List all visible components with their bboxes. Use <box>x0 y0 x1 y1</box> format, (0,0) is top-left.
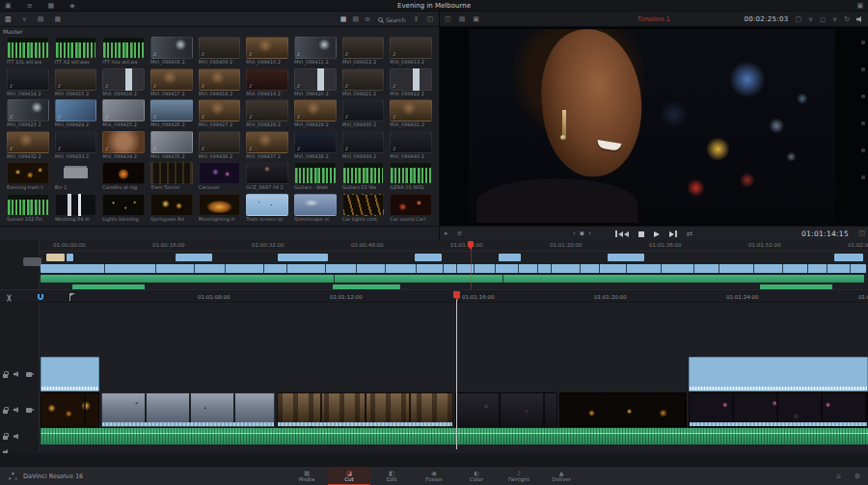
viewer-tool-dot[interactable] <box>861 148 865 152</box>
video-frame[interactable] <box>469 29 835 223</box>
video-clip-thumbnail[interactable] <box>150 68 193 91</box>
new-bin-icon[interactable]: ▤ <box>38 16 44 23</box>
media-clip[interactable]: ILENA 01 WOL <box>390 162 432 191</box>
media-clip[interactable]: Moonlighting fr <box>199 194 241 223</box>
media-clip[interactable]: Lights blessing <box>102 194 145 223</box>
mute-track-icon[interactable] <box>14 434 20 440</box>
detail-ruler[interactable]: 01:01:08:0001:01:12:0001:01:16:0001:01:2… <box>0 289 868 303</box>
overview-v2-clip[interactable] <box>176 254 212 261</box>
media-clip[interactable]: Wedding 04 m <box>55 194 97 223</box>
viewer-tool-dot[interactable] <box>861 94 865 98</box>
media-clip[interactable]: Evening tram li <box>7 162 49 191</box>
media-clip[interactable]: MVI_099424 2 <box>55 99 97 128</box>
audio-clip-thumbnail[interactable] <box>342 162 385 184</box>
refresh-icon[interactable]: ↻ <box>844 16 850 23</box>
bin-name-label[interactable]: Master <box>3 28 23 35</box>
detail-tracks[interactable] <box>0 303 868 453</box>
resize-chevron-icon[interactable]: ∨ <box>808 16 813 23</box>
stop-button[interactable] <box>638 231 644 237</box>
overview-a1-track[interactable] <box>41 275 864 283</box>
display-options-icon[interactable]: ◫ <box>426 16 433 23</box>
timeline-v1-clip[interactable] <box>41 392 99 427</box>
video-clip-thumbnail[interactable] <box>199 68 241 91</box>
video-clip-thumbnail[interactable] <box>150 194 193 216</box>
enable-video-icon[interactable] <box>26 408 32 413</box>
video-clip-thumbnail[interactable] <box>150 37 193 59</box>
page-fusion[interactable]: ◉Fusion <box>413 467 455 485</box>
media-clip[interactable]: Tram screen sp <box>246 194 288 223</box>
media-clip[interactable]: MVI_099421 2 <box>342 68 385 97</box>
media-clip[interactable]: MVI_099427 2 <box>199 99 241 128</box>
page-color[interactable]: ◐Color <box>455 467 498 485</box>
overview-v2-clip[interactable] <box>834 254 863 261</box>
media-clip[interactable]: MVI_099438 2 <box>294 131 337 160</box>
media-clip[interactable]: ITT mix wtf.wa <box>102 37 145 66</box>
detail-playhead[interactable] <box>453 291 460 298</box>
overview-tracks[interactable] <box>40 252 868 289</box>
media-clip[interactable]: Candles at nig <box>102 162 145 191</box>
media-clip[interactable]: MVI_099440 2 <box>390 131 432 160</box>
list-view-icon[interactable]: ≡ <box>365 16 370 23</box>
viewer-options-icon[interactable]: ◫ <box>858 230 865 237</box>
media-clip[interactable]: MVI_099429 2 <box>294 99 337 128</box>
media-clip[interactable]: MVI_099432 2 <box>7 131 49 160</box>
media-clip[interactable]: MVI_099431 2 <box>390 99 432 128</box>
thumbnail-view-icon[interactable]: ▦ <box>340 16 347 23</box>
video-clip-thumbnail[interactable] <box>390 194 432 216</box>
media-clip[interactable]: MVI_099436 2 <box>199 131 241 160</box>
lock-track-icon[interactable] <box>3 436 8 440</box>
video-clip-thumbnail[interactable] <box>7 162 49 184</box>
video-clip-thumbnail[interactable] <box>55 131 97 153</box>
media-clip[interactable]: MVI_099412 2 <box>342 37 385 66</box>
media-clip[interactable]: Guitars - Walk <box>294 162 337 191</box>
audio-clip-thumbnail[interactable] <box>7 37 49 59</box>
video-clip-thumbnail[interactable] <box>294 131 337 153</box>
media-clip[interactable]: MVI_099426 2 <box>150 99 193 128</box>
marker-icon[interactable] <box>68 293 75 301</box>
video-clip-thumbnail[interactable] <box>390 131 432 153</box>
video-clip-thumbnail[interactable] <box>102 68 145 91</box>
media-clip[interactable]: MVI_099423 2 <box>7 99 49 128</box>
lock-track-icon[interactable] <box>3 410 8 414</box>
media-clip[interactable]: Car sound Carl <box>390 194 432 223</box>
media-clip[interactable]: Springvale Rd <box>150 194 193 223</box>
media-clip[interactable]: MVI_099416 2 <box>102 68 145 97</box>
media-clip[interactable]: MVI_099437 2 <box>246 131 288 160</box>
audio-clip-thumbnail[interactable] <box>55 37 97 59</box>
video-clip-thumbnail[interactable] <box>342 68 385 91</box>
viewer-tool-dot[interactable] <box>861 40 865 44</box>
media-clip[interactable]: MVI_099410 2 <box>246 37 288 66</box>
timeline-v1-clip[interactable] <box>101 392 275 427</box>
overview-v2-clip[interactable] <box>278 254 328 261</box>
overview-v2-clip[interactable] <box>67 254 73 261</box>
skip-forward-button[interactable] <box>669 230 677 237</box>
video-clip-thumbnail[interactable] <box>7 131 49 153</box>
overview-v2-clip[interactable] <box>415 254 442 261</box>
video-clip-thumbnail[interactable] <box>150 131 193 153</box>
media-clip[interactable]: Sunset 102 Fin <box>7 194 49 223</box>
overview-playhead[interactable] <box>468 241 474 247</box>
video-clip-thumbnail[interactable] <box>294 99 337 121</box>
sort-icon[interactable]: ↕ <box>414 16 420 23</box>
media-clip[interactable]: MVI_099439 2 <box>342 131 385 160</box>
search-box[interactable]: Search <box>378 16 406 23</box>
media-clip[interactable]: MVI_099434 2 <box>102 131 145 160</box>
video-clip-thumbnail[interactable] <box>199 131 241 153</box>
media-clip[interactable]: Streetscape ni <box>294 194 337 223</box>
video-clip-thumbnail[interactable] <box>294 68 337 91</box>
page-deliver[interactable]: ▲Deliver <box>540 467 583 485</box>
video-clip-thumbnail[interactable] <box>342 37 385 59</box>
overview-v1-track[interactable] <box>41 264 866 273</box>
loop-button[interactable]: ⇄ <box>687 230 693 238</box>
video-clip-thumbnail[interactable] <box>390 68 432 91</box>
video-clip-thumbnail[interactable] <box>150 99 193 121</box>
video-clip-thumbnail[interactable] <box>342 99 385 121</box>
media-clip[interactable]: MVI_099419 2 <box>246 68 288 97</box>
timeline-v1-clip[interactable] <box>455 392 557 427</box>
video-clip-thumbnail[interactable] <box>294 37 337 59</box>
viewer-tool-dot[interactable] <box>861 121 865 125</box>
media-clip[interactable]: Carousel <box>199 162 241 191</box>
video-clip-thumbnail[interactable] <box>246 37 288 59</box>
bin-chevron-icon[interactable]: ∨ <box>22 16 27 23</box>
video-clip-thumbnail[interactable] <box>246 194 288 216</box>
